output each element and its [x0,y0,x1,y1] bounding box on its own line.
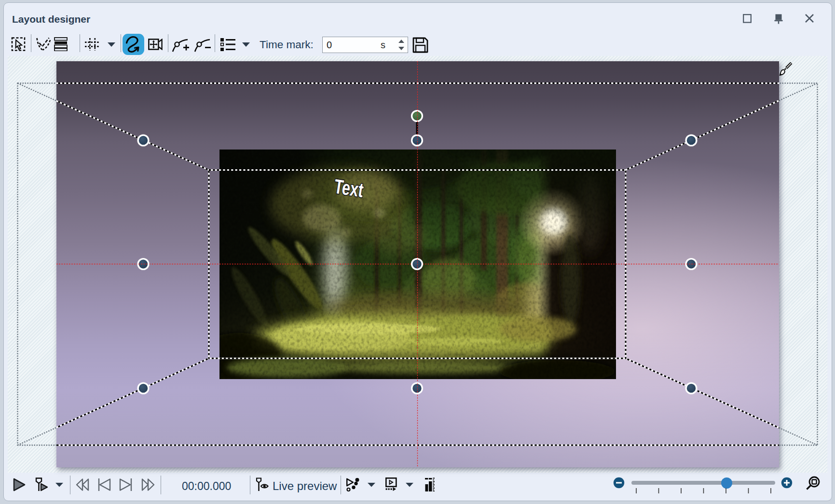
svg-text:Text: Text [333,175,365,202]
